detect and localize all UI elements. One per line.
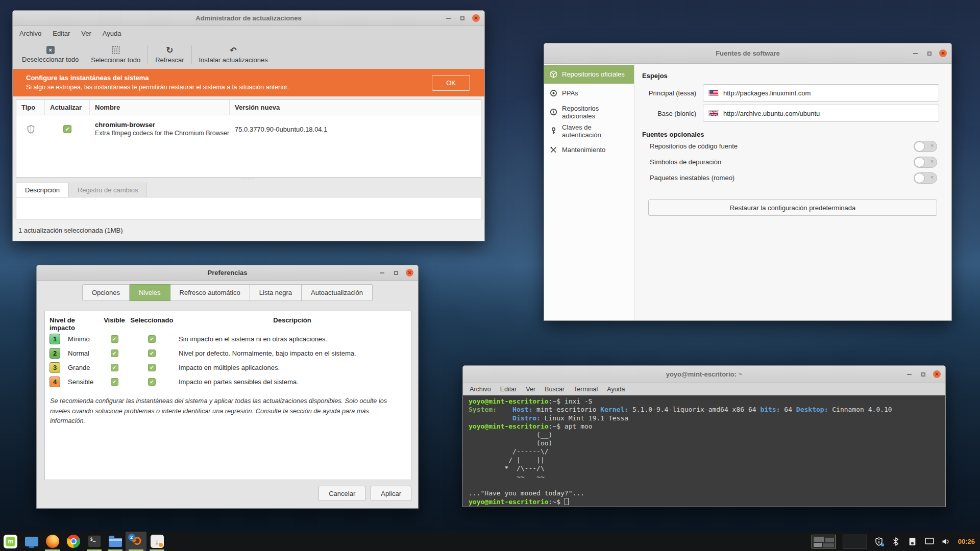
close-button[interactable]: ✕ xyxy=(939,49,947,57)
taskbar-terminal[interactable]: $_ xyxy=(84,532,105,551)
menu-ayuda[interactable]: Ayuda xyxy=(607,386,625,393)
mirror-main-field[interactable]: http://packages.linuxmint.com xyxy=(703,84,939,102)
terminal-titlebar[interactable]: yoyo@mint-escritorio: ~ ✕ xyxy=(463,366,945,383)
taskbar-software-sources[interactable]: ↓ xyxy=(146,532,167,551)
sidebar-item-ppas[interactable]: PPAs xyxy=(544,84,634,103)
restore-button[interactable] xyxy=(392,269,400,277)
menu-archivo[interactable]: Archivo xyxy=(19,30,41,37)
restore-button[interactable] xyxy=(458,14,466,22)
terminal-output[interactable]: yoyo@mint-escritorio:~$ inxi -S System: … xyxy=(463,395,945,507)
tab-registro-de-cambios[interactable]: Registro de cambios xyxy=(69,183,148,197)
selected-checkbox-checked[interactable]: ✔ xyxy=(148,349,156,357)
select-all-button[interactable]: Seleccionar todo xyxy=(85,40,146,69)
column-tipo[interactable]: Tipo xyxy=(16,100,45,115)
updates-table: Tipo Actualizar Nombre Versión nueva ✔ c… xyxy=(16,99,481,178)
sidebar-item-mantenimiento[interactable]: Mantenimiento xyxy=(544,140,634,159)
visible-checkbox-checked[interactable]: ✔ xyxy=(111,349,118,357)
menu-terminal[interactable]: Terminal xyxy=(574,386,598,393)
mint-menu-button[interactable]: m xyxy=(0,532,21,551)
menu-ver[interactable]: Ver xyxy=(526,386,535,393)
detail-tabs: Descripción Registro de cambios xyxy=(16,182,481,197)
visible-checkbox-checked[interactable]: ✔ xyxy=(111,378,118,386)
update-manager-titlebar[interactable]: Administrador de actualizaciones ✕ xyxy=(13,11,484,26)
restore-button[interactable] xyxy=(925,49,933,57)
toggle-knob xyxy=(914,173,925,183)
taskbar-chrome[interactable] xyxy=(63,532,84,551)
cow-art-line: (oo) xyxy=(469,439,940,447)
taskbar-update-manager[interactable]: ⟲ 2 xyxy=(126,532,146,551)
toggle-source-repos[interactable]: × xyxy=(914,141,937,152)
toggle-unstable-packages[interactable]: × xyxy=(914,172,937,184)
tab-lista-negra[interactable]: Lista negra xyxy=(250,284,302,301)
menu-ayuda[interactable]: Ayuda xyxy=(103,30,121,37)
volume-tray-icon[interactable] xyxy=(941,532,951,551)
pane-resize-grip[interactable]: ····· xyxy=(13,178,484,182)
tab-refresco-automatico[interactable]: Refresco automático xyxy=(170,284,250,301)
minimize-button[interactable] xyxy=(445,14,452,22)
menu-editar[interactable]: Editar xyxy=(500,386,517,393)
minimize-button[interactable] xyxy=(905,370,913,378)
cancel-button[interactable]: Cancelar xyxy=(318,486,365,501)
sidebar-item-claves-de-autenticacion[interactable]: Claves de autenticación xyxy=(544,121,634,140)
shield-icon xyxy=(16,125,45,134)
deselect-all-button[interactable]: × Deseleccionar todo xyxy=(16,40,85,69)
cow-art-line: / | || xyxy=(469,456,940,464)
uk-flag-icon xyxy=(708,110,719,116)
menu-archivo[interactable]: Archivo xyxy=(470,386,491,393)
close-button[interactable]: ✕ xyxy=(472,14,480,22)
preferences-titlebar[interactable]: Preferencias ✕ xyxy=(37,265,418,281)
tab-niveles[interactable]: Niveles xyxy=(130,284,170,301)
column-nombre[interactable]: Nombre xyxy=(90,100,230,115)
banner-ok-button[interactable]: OK xyxy=(432,75,470,91)
menu-buscar[interactable]: Buscar xyxy=(545,386,565,393)
removable-drive-tray-icon[interactable] xyxy=(908,532,918,551)
toggle-debug-symbols[interactable]: × xyxy=(914,157,937,168)
refresh-button[interactable]: ↻ Refrescar xyxy=(149,40,190,69)
close-button[interactable]: ✕ xyxy=(933,370,941,378)
levels-table-header: Nivel de impacto Visible Seleccionado De… xyxy=(45,316,411,332)
update-shield-tray-icon[interactable] xyxy=(874,532,884,551)
menu-editar[interactable]: Editar xyxy=(53,30,70,37)
tab-opciones[interactable]: Opciones xyxy=(82,284,130,301)
update-manager-title: Administrador de actualizaciones xyxy=(195,14,301,22)
restore-button[interactable] xyxy=(919,370,927,378)
minimize-button[interactable] xyxy=(378,269,386,277)
bluetooth-tray-icon[interactable] xyxy=(891,532,901,551)
mirror-base-field[interactable]: http://archive.ubuntu.com/ubuntu xyxy=(703,105,939,122)
menu-ver[interactable]: Ver xyxy=(81,30,91,37)
restore-defaults-button[interactable]: Restaurar la configuración predeterminad… xyxy=(648,199,937,216)
taskbar-files[interactable] xyxy=(105,532,126,551)
sidebar-item-repositorios-adicionales[interactable]: Repositorios adicionales xyxy=(544,103,634,121)
sidebar-item-repositorios-oficiales[interactable]: Repositorios oficiales xyxy=(544,65,634,84)
column-actualizar[interactable]: Actualizar xyxy=(45,100,90,115)
taskbar-firefox[interactable] xyxy=(42,532,63,551)
selected-checkbox-checked[interactable]: ✔ xyxy=(148,364,156,371)
tab-descripcion[interactable]: Descripción xyxy=(16,183,69,197)
column-version-nueva[interactable]: Versión nueva xyxy=(230,100,481,115)
moo-message: ..."Have you mooed today?"... xyxy=(469,489,940,497)
visible-checkbox-checked[interactable]: ✔ xyxy=(111,364,118,371)
show-desktop-icon xyxy=(25,537,38,546)
mirror-base-label: Base (bionic) xyxy=(642,110,696,117)
toggle-label-unstable-packages: Paquetes inestables (romeo) xyxy=(650,174,914,182)
table-row[interactable]: ✔ chromium-browser Extra ffmpeg codecs f… xyxy=(16,115,481,143)
install-updates-button[interactable]: ↶ Instalar actualizaciones xyxy=(193,40,274,69)
software-sources-titlebar[interactable]: Fuentes de software ✕ xyxy=(544,43,951,64)
selected-checkbox-checked[interactable]: ✔ xyxy=(148,335,156,343)
folder-icon xyxy=(109,538,122,547)
update-checkbox-checked[interactable]: ✔ xyxy=(63,125,71,133)
tab-autoactualizacion[interactable]: Autoactualización xyxy=(302,284,373,301)
optional-sources-heading: Fuentes opcionales xyxy=(642,131,939,138)
show-desktop-button[interactable] xyxy=(21,532,42,551)
display-tray-icon[interactable] xyxy=(924,532,935,551)
clock[interactable]: 00:26 xyxy=(958,538,975,545)
visible-checkbox-checked[interactable]: ✔ xyxy=(111,335,118,343)
update-manager-toolbar: × Deseleccionar todo Seleccionar todo ↻ … xyxy=(13,40,484,69)
selected-checkbox-checked[interactable]: ✔ xyxy=(148,378,156,386)
workspace-switcher-2[interactable] xyxy=(843,535,867,548)
workspace-switcher-1[interactable] xyxy=(812,535,836,548)
minimize-button[interactable] xyxy=(912,49,919,57)
apply-button[interactable]: Aplicar xyxy=(371,486,411,501)
close-button[interactable]: ✕ xyxy=(406,269,413,277)
chrome-icon xyxy=(67,535,80,548)
